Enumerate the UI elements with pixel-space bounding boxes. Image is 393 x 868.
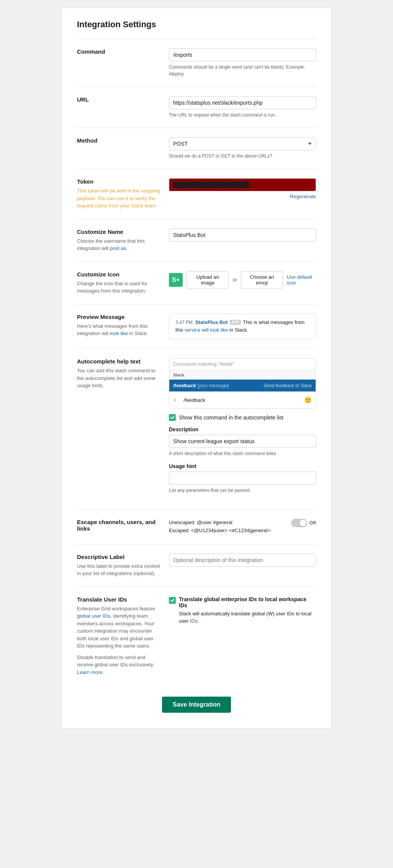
preview-message-section: Preview Message Here's what messages fro… [77, 304, 316, 349]
plus-icon: + [173, 397, 177, 404]
preview-time: 3:47 PM [175, 320, 193, 325]
translate-desc1: Enterprise Grid workspaces feature globa… [77, 605, 161, 650]
escape-label-area: Escape channels, users, and links [77, 519, 161, 535]
command-hint: Commands should be a single word (and ca… [169, 64, 316, 77]
autocomplete-checkbox-label: Show this command in the autocomplete li… [179, 414, 283, 421]
preview-content: 3:47 PM StatsPlus Bot APP This is what m… [169, 314, 316, 340]
app-badge: APP [230, 320, 241, 325]
checkmark-icon [170, 415, 175, 420]
autocomplete-checkbox[interactable] [169, 414, 176, 421]
autocomplete-footer: + 🙂 [169, 391, 316, 408]
description-field-group: Description A short description of what … [169, 426, 316, 457]
url-label-area: URL [77, 96, 161, 118]
customize-name-content [169, 229, 316, 252]
escape-toggle-switch: Off [291, 519, 316, 527]
preview-bot-name: StatsPlus Bot [195, 319, 228, 325]
customize-name-input[interactable] [169, 229, 316, 242]
autocomplete-section: Autocomplete help text You can add this … [77, 349, 316, 509]
command-heading: Command [77, 48, 161, 55]
escape-toggle-row: Unescaped: @user #general Escaped: <@U12… [169, 519, 316, 535]
description-input[interactable] [169, 435, 316, 448]
preview-box: 3:47 PM StatsPlus Bot APP This is what m… [169, 314, 316, 340]
customize-icon-section: Customize Icon Change the icon that is u… [77, 261, 316, 304]
usage-hint: List any parameters that can be passed. [169, 487, 316, 494]
method-section: Method POST GET Should we do a POST or G… [77, 128, 316, 169]
url-content: The URL to request when the slash comman… [169, 96, 316, 118]
autocomplete-item-cmd-row: /feedback [your message] [173, 383, 229, 388]
translate-checkbox-row: Translate global enterprise IDs to local… [169, 596, 316, 625]
method-content: POST GET Should we do a POST or GET to t… [169, 137, 316, 159]
translate-heading: Translate User IDs [77, 596, 161, 603]
settings-card: Integration Settings Command Commands sh… [61, 8, 332, 728]
translate-section: Translate User IDs Enterprise Grid works… [77, 587, 316, 686]
token-section: Token This token will be sent in the out… [77, 169, 316, 219]
descriptive-label-heading: Descriptive Label [77, 554, 161, 560]
preview-label-area: Preview Message Here's what messages fro… [77, 314, 161, 340]
icon-row: S+ Upload an image or Choose an emoji Us… [169, 271, 316, 289]
autocomplete-item-desc: Send feedback to Slack [264, 383, 312, 388]
autocomplete-mock: Commands matching "/feedb" Slack /feedba… [169, 358, 316, 409]
escape-content: Unescaped: @user #general Escaped: <@U12… [169, 519, 316, 535]
preview-desc: Here's what messages from this integrati… [77, 322, 161, 337]
translate-checkbox-desc: Slack will automatically translate globa… [179, 610, 316, 625]
regenerate-link[interactable]: Regenerate [169, 194, 316, 199]
method-heading: Method [77, 137, 161, 144]
translate-desc2: Disable translation to send and receive … [77, 654, 161, 676]
customize-icon-label-area: Customize Icon Change the icon that is u… [77, 271, 161, 295]
token-content: Regenerate [169, 178, 316, 210]
usage-input[interactable] [169, 472, 316, 485]
translate-label-area: Translate User IDs Enterprise Grid works… [77, 596, 161, 676]
translate-checkbox[interactable] [169, 597, 176, 604]
token-input[interactable] [169, 178, 316, 191]
command-content: Commands should be a single word (and ca… [169, 48, 316, 77]
customize-icon-heading: Customize Icon [77, 271, 161, 278]
token-warning: This token will be sent in the outgoing … [77, 187, 161, 210]
translate-content: Translate global enterprise IDs to local… [169, 596, 316, 676]
descriptive-label-section: Descriptive Label Use this label to prov… [77, 544, 316, 587]
token-heading: Token [77, 178, 161, 185]
customize-name-section: Customize Name Choose the username that … [77, 219, 316, 261]
url-section: URL The URL to request when the slash co… [77, 87, 316, 128]
choose-emoji-button[interactable]: Choose an emoji [241, 271, 283, 289]
escaped-text: Escaped: <@U1234|user> <#C1234|general> [169, 527, 291, 535]
usage-field-group: Usage hint List any parameters that can … [169, 463, 316, 494]
command-input[interactable] [169, 48, 316, 61]
use-default-icon-link[interactable]: Use default icon [287, 274, 316, 286]
descriptive-label-content [169, 554, 316, 577]
customize-icon-content: S+ Upload an image or Choose an emoji Us… [169, 271, 316, 295]
customize-icon-desc: Change the icon that is used for message… [77, 280, 161, 295]
upload-image-button[interactable]: Upload an image [187, 271, 229, 289]
escape-heading: Escape channels, users, and links [77, 519, 161, 532]
autocomplete-item-cmd: /feedback [173, 383, 196, 388]
escape-toggle[interactable] [291, 519, 307, 527]
or-text: or [233, 277, 237, 283]
customize-name-heading: Customize Name [77, 229, 161, 235]
command-section: Command Commands should be a single word… [77, 39, 316, 87]
autocomplete-label-area: Autocomplete help text You can add this … [77, 358, 161, 500]
autocomplete-heading: Autocomplete help text [77, 358, 161, 365]
token-label-area: Token This token will be sent in the out… [77, 178, 161, 210]
autocomplete-search-text: Commands matching "/feedb" [169, 358, 316, 370]
preview-message-row: 3:47 PM StatsPlus Bot APP This is what m… [175, 319, 309, 335]
customize-name-label-area: Customize Name Choose the username that … [77, 229, 161, 252]
description-field-label: Description [169, 426, 316, 432]
url-heading: URL [77, 96, 161, 103]
url-input[interactable] [169, 96, 316, 109]
customize-name-desc: Choose the username that this integratio… [77, 237, 161, 252]
descriptive-label-desc: Use this label to provide extra context … [77, 562, 161, 577]
autocomplete-content: Commands matching "/feedb" Slack /feedba… [169, 358, 316, 500]
toggle-label: Off [309, 520, 316, 526]
translate-checkbox-text: Translate global enterprise IDs to local… [179, 596, 316, 625]
descriptive-label-input[interactable] [169, 554, 316, 567]
unescaped-text: Unescaped: @user #general [169, 519, 291, 527]
escape-section: Escape channels, users, and links Unesca… [77, 509, 316, 544]
autocomplete-item-hint: [your message] [198, 383, 229, 388]
avatar: S+ [169, 273, 183, 287]
translate-checkmark-icon [170, 598, 175, 603]
autocomplete-footer-input[interactable] [180, 394, 301, 406]
save-button[interactable]: Save Integration [162, 697, 231, 713]
description-hint: A short description of what this slash c… [169, 450, 316, 457]
method-hint: Should we do a POST or GET to the above … [169, 153, 316, 159]
emoji-icon: 🙂 [304, 396, 312, 404]
method-select[interactable]: POST GET [169, 137, 316, 150]
